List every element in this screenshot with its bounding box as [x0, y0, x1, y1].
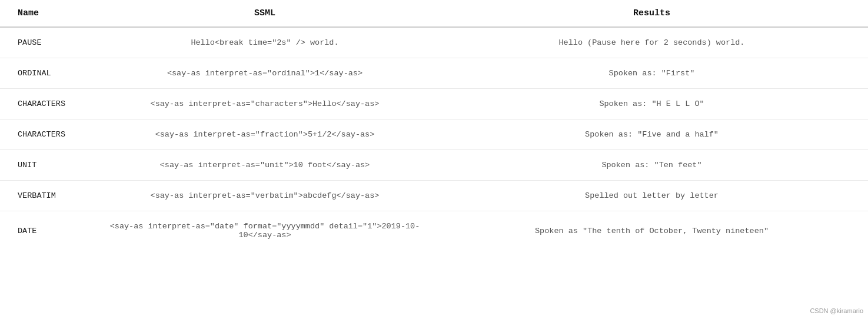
- table-row: UNIT<say-as interpret-as="unit">10 foot<…: [0, 150, 868, 181]
- ssml-table: Name SSML Results PAUSEHello<break time=…: [0, 0, 868, 250]
- cell-ssml: Hello<break time="2s" /> world.: [94, 27, 435, 58]
- cell-name: UNIT: [0, 150, 94, 181]
- watermark-text: CSDN @kiramario: [810, 307, 863, 314]
- cell-name: CHARACTERS: [0, 89, 94, 119]
- cell-results: Spoken as "The tenth of October, Twenty …: [435, 211, 868, 251]
- cell-results: Spoken as: "Five and a half": [435, 119, 868, 150]
- cell-name: CHARACTERS: [0, 119, 94, 150]
- cell-name: PAUSE: [0, 27, 94, 58]
- cell-results: Spoken as: "H E L L O": [435, 89, 868, 119]
- cell-name: VERBATIM: [0, 181, 94, 211]
- cell-ssml: <say-as interpret-as="characters">Hello<…: [94, 89, 435, 119]
- table-header-row: Name SSML Results: [0, 0, 868, 27]
- header-ssml: SSML: [94, 0, 435, 27]
- main-table-container: Name SSML Results PAUSEHello<break time=…: [0, 0, 868, 250]
- header-name: Name: [0, 0, 94, 27]
- header-results: Results: [435, 0, 868, 27]
- table-row: PAUSEHello<break time="2s" /> world.Hell…: [0, 27, 868, 58]
- cell-ssml: <say-as interpret-as="fraction">5+1/2</s…: [94, 119, 435, 150]
- table-row: CHARACTERS<say-as interpret-as="fraction…: [0, 119, 868, 150]
- cell-results: Spoken as: "First": [435, 58, 868, 89]
- cell-ssml: <say-as interpret-as="ordinal">1</say-as…: [94, 58, 435, 89]
- cell-results: Spelled out letter by letter: [435, 181, 868, 211]
- cell-results: Hello (Pause here for 2 seconds) world.: [435, 27, 868, 58]
- cell-ssml: <say-as interpret-as="unit">10 foot</say…: [94, 150, 435, 181]
- cell-ssml: <say-as interpret-as="date" format="yyyy…: [94, 211, 435, 251]
- cell-name: DATE: [0, 211, 94, 251]
- table-row: CHARACTERS<say-as interpret-as="characte…: [0, 89, 868, 119]
- cell-ssml: <say-as interpret-as="verbatim">abcdefg<…: [94, 181, 435, 211]
- cell-name: ORDINAL: [0, 58, 94, 89]
- table-row: DATE<say-as interpret-as="date" format="…: [0, 211, 868, 251]
- cell-results: Spoken as: "Ten feet": [435, 150, 868, 181]
- table-row: ORDINAL<say-as interpret-as="ordinal">1<…: [0, 58, 868, 89]
- table-row: VERBATIM<say-as interpret-as="verbatim">…: [0, 181, 868, 211]
